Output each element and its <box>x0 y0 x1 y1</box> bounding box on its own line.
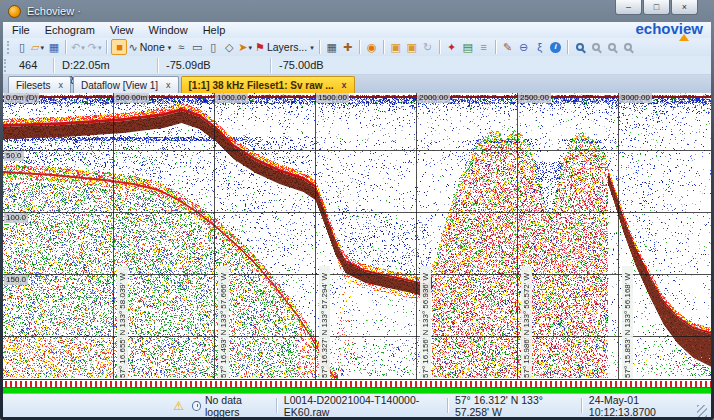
grid-settings-button[interactable]: ▦ <box>324 39 340 55</box>
polyline-region-icon: ≈ <box>178 42 184 53</box>
tab-dataflow[interactable]: Dataflow [View 1]x <box>73 76 179 93</box>
polygon-region-button[interactable]: ◇ <box>221 39 237 55</box>
tab-close-icon[interactable]: x <box>166 80 171 90</box>
vertical-band-button[interactable]: ▯ <box>205 39 221 55</box>
toolbar-separator <box>359 40 361 54</box>
open-button[interactable]: ▱▾ <box>30 39 46 55</box>
window-title: Echoview · <box>27 5 81 17</box>
school-detection-icon: ➤ <box>238 42 247 53</box>
sync-icon: ↻ <box>423 42 432 53</box>
duplicate-window-icon: ▣ <box>407 42 417 53</box>
notebook-button[interactable]: ▤ <box>460 39 476 55</box>
restore-button[interactable]: □ <box>643 0 670 15</box>
title-bar[interactable]: Echoview · – □ × <box>0 0 714 22</box>
exclude-icon: ⊖ <box>519 42 528 53</box>
toolbar-separator <box>319 40 321 54</box>
tab-filesets[interactable]: Filesetsx <box>8 76 71 93</box>
echoview-logo: echoview <box>635 20 703 37</box>
echogram-view[interactable]: 0.0m (D)500.00m1000.001500.002000.002500… <box>3 93 711 393</box>
chevron-down-icon: ▾ <box>249 44 253 51</box>
cursor-sv-readout: -75.09dB <box>157 58 270 73</box>
info-icon: i <box>550 42 561 53</box>
minimize-button[interactable]: – <box>615 0 642 15</box>
readout-grip[interactable] <box>4 59 8 72</box>
tab-bar: Filesetsx Dataflow [View 1]x [1:1] 38 kH… <box>3 74 711 93</box>
new-file-button[interactable]: ▯ <box>14 39 30 55</box>
chevron-down-icon: ▾ <box>310 44 314 51</box>
horizontal-band-button[interactable]: ▭ <box>189 39 205 55</box>
statusbar-filename: L0014-D20021004-T140000-EK60.raw <box>284 394 440 418</box>
new-window-button[interactable]: ▣ <box>388 39 404 55</box>
sync-button[interactable]: ↻ <box>420 39 436 55</box>
statusbar-datetime: 24-May-01 10:12:13.8700 <box>589 394 693 418</box>
tab-close-icon[interactable]: x <box>342 80 347 90</box>
chevron-down-icon: ▾ <box>98 44 102 51</box>
toolbar-separator <box>383 40 385 54</box>
layers-label: Layers... <box>267 42 307 53</box>
ping-count-readout: 464 <box>11 58 53 73</box>
pan-hand-icon: ✚ <box>343 42 352 53</box>
new-window-icon: ▣ <box>391 42 401 53</box>
zoom-out-button[interactable] <box>588 39 604 55</box>
horizontal-band-icon: ▭ <box>192 42 202 53</box>
undo-icon: ↶ <box>71 42 80 53</box>
logo-text: echoview <box>635 20 703 37</box>
wave-button[interactable]: ξ <box>532 39 548 55</box>
duplicate-window-button[interactable]: ▣ <box>404 39 420 55</box>
echogram-canvas[interactable] <box>3 93 711 393</box>
zoom-in-button[interactable] <box>572 39 588 55</box>
time-button[interactable]: ◉ <box>364 39 380 55</box>
app-icon <box>8 5 21 18</box>
zoom-reset-button[interactable] <box>620 39 636 55</box>
new-file-icon: ▯ <box>19 42 25 53</box>
tab-close-icon[interactable]: x <box>58 80 63 90</box>
zoom-selection-button[interactable] <box>604 39 620 55</box>
resize-grip[interactable] <box>697 405 707 417</box>
exclude-button[interactable]: ⊖ <box>516 39 532 55</box>
redo-button[interactable]: ↷▾ <box>87 39 104 55</box>
school-detection-button[interactable]: ➤▾ <box>237 39 254 55</box>
menu-view[interactable]: View <box>110 24 134 36</box>
toolbar: ▯ ▱▾ ▦ ↶▾ ↷▾ ■ ∿None▾ ≈ ▭ ▯ ◇ ➤▾ ⚑Layers… <box>3 38 711 56</box>
line-tool-label: None <box>140 42 165 53</box>
toolbar-grip[interactable] <box>7 41 11 54</box>
menu-window[interactable]: Window <box>149 24 188 36</box>
edit-button[interactable]: ✎ <box>500 39 516 55</box>
tab-label: Filesets <box>16 80 50 91</box>
color-legend-button[interactable]: ≡ <box>476 39 492 55</box>
echoview-window: Echoview · – □ × File Echogram View Wind… <box>0 0 714 420</box>
selection-tool-icon: ■ <box>116 42 123 53</box>
time-icon: ◉ <box>367 42 377 53</box>
tab-echogram-sv-raw[interactable]: [1:1] 38 kHz Fileset1: Sv raw ... x <box>181 76 355 93</box>
threshold-readout: -75.00dB <box>270 58 390 73</box>
vertical-band-icon: ▯ <box>210 42 216 53</box>
menu-echogram[interactable]: Echogram <box>45 24 95 36</box>
layers-button[interactable]: ⚑Layers...▾ <box>254 39 316 55</box>
toolbar-separator <box>495 40 497 54</box>
tab-label: Dataflow [View 1] <box>81 80 158 91</box>
undo-button[interactable]: ↶▾ <box>70 39 87 55</box>
tab-label: [1:1] 38 kHz Fileset1: Sv raw ... <box>189 80 334 91</box>
alarm-icon: ✦ <box>447 42 456 53</box>
line-tool-button[interactable]: ∿None▾ <box>127 39 173 55</box>
wave-icon: ξ <box>537 42 542 53</box>
info-button[interactable]: i <box>548 39 564 55</box>
pan-tool-button[interactable]: ✚ <box>340 39 356 55</box>
selection-tool-button[interactable]: ■ <box>111 39 127 55</box>
redo-icon: ↷ <box>88 42 97 53</box>
menu-file[interactable]: File <box>12 24 30 36</box>
menu-help[interactable]: Help <box>203 24 226 36</box>
warning-icon: ⚠ <box>173 399 184 413</box>
save-button[interactable]: ▦ <box>46 39 62 55</box>
close-button[interactable]: × <box>671 0 698 15</box>
alarm-button[interactable]: ✦ <box>444 39 460 55</box>
polygon-region-icon: ◇ <box>225 42 233 53</box>
toolbar-separator <box>567 40 569 54</box>
edit-pencil-icon: ✎ <box>503 42 512 53</box>
zoom-reset-icon <box>624 43 632 51</box>
open-file-icon: ▱ <box>31 42 39 53</box>
save-icon: ▦ <box>49 42 59 53</box>
client-area: File Echogram View Window Help echoview … <box>3 22 711 417</box>
grid-icon: ▦ <box>327 42 337 53</box>
polyline-region-button[interactable]: ≈ <box>173 39 189 55</box>
